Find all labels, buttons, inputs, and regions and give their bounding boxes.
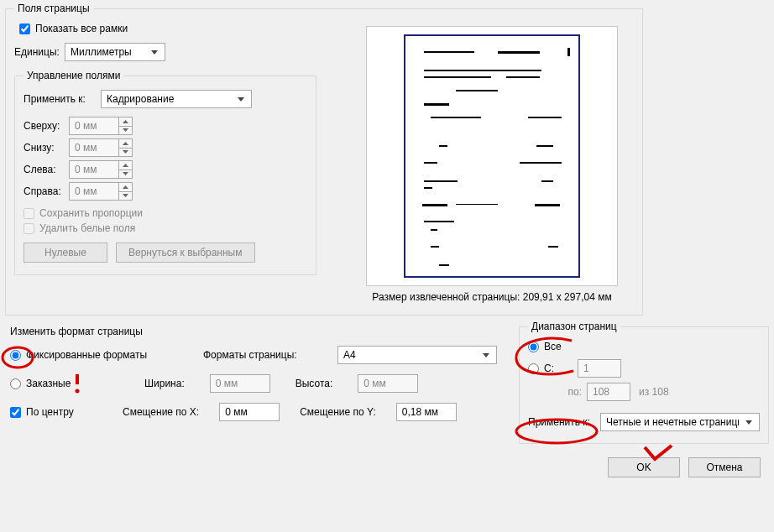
remove-white-margins-label: Удалить белые поля: [39, 222, 135, 234]
range-apply-to-value: Четные и нечетные страницы: [606, 416, 739, 428]
chevron-down-icon: [742, 414, 756, 430]
chevron-down-icon: [479, 347, 493, 363]
chevron-down-icon: [234, 91, 248, 107]
center-label: По центру: [26, 406, 74, 418]
chevron-up-icon[interactable]: [119, 139, 132, 149]
page-format-value: A4: [343, 349, 476, 361]
range-of-label: из 108: [639, 386, 669, 398]
offset-x-label: Смещение по X:: [123, 406, 199, 418]
keep-proportions-checkbox: [24, 208, 34, 219]
show-all-frames-checkbox[interactable]: [19, 23, 30, 34]
margin-right-value: 0 мм: [70, 183, 118, 200]
spinner-buttons[interactable]: [118, 117, 132, 134]
cancel-button[interactable]: Отмена: [688, 457, 761, 477]
fixed-formats-label: Фиксированные форматы: [26, 349, 147, 361]
apply-to-select[interactable]: Кадрирование: [101, 90, 252, 108]
chevron-up-icon[interactable]: [119, 161, 132, 170]
show-all-frames-label: Показать все рамки: [35, 23, 128, 34]
ok-button[interactable]: OK: [608, 457, 680, 477]
formats-label: Форматы страницы:: [203, 349, 312, 361]
chevron-up-icon[interactable]: [119, 183, 132, 192]
margin-bottom-value: 0 мм: [70, 139, 118, 156]
height-label: Высота:: [295, 378, 333, 389]
chevron-down-icon: [148, 44, 161, 60]
resize-title: Изменить формат страницы: [10, 326, 514, 337]
manage-margins-title: Управление полями: [24, 70, 123, 81]
apply-to-value: Кадрирование: [107, 93, 231, 105]
range-from-label: С:: [544, 362, 561, 374]
manage-margins-group: Управление полями Применить к: Кадрирова…: [14, 70, 316, 275]
units-label: Единицы:: [14, 46, 65, 58]
margin-left-input[interactable]: 0 мм: [69, 160, 133, 179]
range-apply-to-select[interactable]: Четные и нечетные страницы: [600, 413, 760, 431]
range-to-label: по:: [545, 386, 582, 398]
range-to-input: 108: [587, 383, 630, 401]
apply-to-label: Применить к:: [24, 93, 101, 105]
bottom-label: Снизу:: [24, 142, 69, 154]
zero-button: Нулевые: [24, 243, 107, 263]
offset-y-label: Смещение по Y:: [300, 406, 376, 418]
margin-top-input[interactable]: 0 мм: [69, 117, 133, 135]
center-checkbox[interactable]: [10, 407, 21, 418]
width-label: Ширина:: [144, 378, 185, 389]
page-margins-title: Поля страницы: [14, 3, 93, 14]
custom-formats-radio[interactable]: [10, 378, 21, 389]
margin-right-input[interactable]: 0 мм: [69, 182, 133, 201]
preview-caption: Размер извлеченной страницы: 209,91 x 29…: [358, 291, 625, 303]
margin-top-value: 0 мм: [70, 117, 118, 134]
range-all-radio[interactable]: [528, 342, 539, 352]
range-apply-to-label: Применить к:: [528, 416, 600, 428]
width-input: 0 мм: [210, 374, 270, 393]
offset-y-input[interactable]: 0,18 мм: [396, 403, 457, 421]
spinner-buttons[interactable]: [118, 161, 132, 178]
chevron-down-icon[interactable]: [119, 149, 132, 157]
remove-white-margins-checkbox: [24, 223, 34, 234]
chevron-down-icon[interactable]: [119, 170, 132, 179]
margin-bottom-input[interactable]: 0 мм: [69, 138, 133, 157]
top-label: Сверху:: [24, 120, 69, 132]
range-from-input: 1: [578, 359, 621, 378]
page-preview-inner: [404, 34, 580, 278]
spinner-buttons[interactable]: [118, 183, 132, 200]
left-label: Слева:: [24, 164, 69, 175]
units-select[interactable]: Миллиметры: [65, 43, 165, 61]
page-range-group: Диапазон страниц Все С: 1 по: 108 из 108…: [519, 321, 769, 444]
range-all-label: Все: [544, 341, 562, 352]
units-value: Миллиметры: [71, 46, 144, 58]
page-format-select[interactable]: A4: [337, 346, 497, 364]
chevron-down-icon[interactable]: [119, 127, 132, 135]
chevron-up-icon[interactable]: [119, 117, 132, 127]
right-label: Справа:: [24, 185, 69, 197]
page-preview: [366, 26, 618, 286]
offset-x-input[interactable]: 0 мм: [219, 403, 280, 421]
chevron-down-icon[interactable]: [119, 192, 132, 201]
page-margins-group: Поля страницы Показать все рамки Единицы…: [5, 3, 643, 316]
footer-buttons: OK Отмена: [0, 449, 774, 477]
page-range-title: Диапазон страниц: [528, 321, 620, 332]
keep-proportions-label: Сохранить пропорции: [39, 207, 143, 219]
fixed-formats-radio[interactable]: [10, 350, 21, 361]
spinner-buttons[interactable]: [118, 139, 132, 156]
resize-block: Изменить формат страницы Фиксированные ф…: [0, 321, 514, 425]
height-input: 0 мм: [358, 374, 418, 393]
revert-button: Вернуться к выбранным: [116, 243, 255, 263]
margin-left-value: 0 мм: [70, 161, 118, 178]
range-from-radio[interactable]: [528, 363, 539, 374]
custom-formats-label: Заказные: [26, 378, 71, 389]
